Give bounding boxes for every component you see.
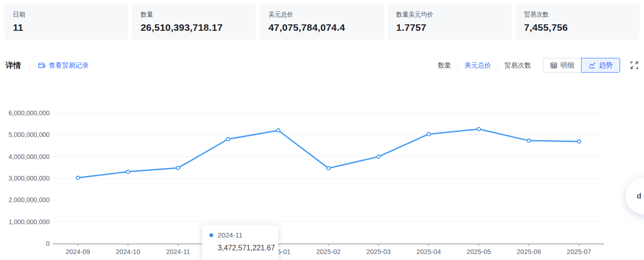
- stat-label: 贸易次数: [524, 11, 631, 19]
- window-arrow-icon: [38, 62, 46, 69]
- x-axis-tick-label: 2025-05: [467, 248, 491, 255]
- divider: [29, 62, 30, 69]
- data-point-marker[interactable]: [76, 176, 79, 180]
- data-point-marker[interactable]: [176, 166, 180, 170]
- y-axis-tick-label: 6,000,000,000: [8, 109, 50, 117]
- stat-value: 47,075,784,074.4: [268, 22, 375, 33]
- trend-view-label: 趋势: [599, 61, 613, 70]
- view-trade-records-link[interactable]: 查看贸易记录: [38, 61, 89, 70]
- metric-tab-1[interactable]: 美元总价: [464, 61, 491, 70]
- x-axis-tick-label: 2024-11: [166, 248, 190, 255]
- x-axis-tick-label: 2025-04: [417, 248, 441, 255]
- data-point-marker[interactable]: [427, 132, 430, 136]
- detail-toolbar: 详情 查看贸易记录 数量 美元总价 贸易次数: [6, 58, 638, 73]
- data-point-marker[interactable]: [126, 170, 130, 173]
- data-point-marker[interactable]: [226, 137, 230, 141]
- section-title: 详情: [6, 60, 21, 71]
- view-mode-switch: 明细 趋势: [543, 58, 620, 73]
- stat-label: 美元总价: [268, 11, 375, 19]
- x-axis-tick-label: 2025-07: [567, 248, 591, 255]
- service-icon: d: [637, 192, 641, 201]
- data-point-marker[interactable]: [377, 155, 380, 158]
- y-axis-tick-label: 0: [46, 240, 50, 247]
- data-point-marker[interactable]: [327, 167, 330, 170]
- stat-value: 11: [13, 22, 120, 33]
- stat-value: 26,510,393,718.17: [141, 22, 248, 33]
- x-axis-tick-label: 2024-10: [116, 248, 140, 255]
- trend-line: [78, 129, 579, 178]
- stat-card-usd-total: 美元总价 47,075,784,074.4: [260, 5, 384, 40]
- stat-label: 数量: [141, 11, 248, 19]
- x-axis-tick-label: 2025-02: [316, 248, 340, 255]
- y-axis-tick-label: 5,000,000,000: [8, 131, 50, 138]
- trade-dashboard: 日期 11 数量 26,510,393,718.17 美元总价 47,075,7…: [0, 0, 644, 260]
- data-point-marker[interactable]: [477, 127, 480, 130]
- detail-view-label: 明细: [560, 61, 574, 70]
- divider: [497, 62, 498, 68]
- fullscreen-button[interactable]: [630, 61, 638, 69]
- trend-line-chart[interactable]: 01,000,000,0002,000,000,0003,000,000,000…: [0, 106, 644, 260]
- stat-value: 7,455,756: [524, 22, 631, 33]
- stat-label: 日期: [13, 11, 120, 19]
- y-axis-tick-label: 4,000,000,000: [8, 153, 50, 160]
- trend-chart-icon: [588, 62, 596, 69]
- metric-tab-0[interactable]: 数量: [438, 61, 451, 70]
- stat-value: 1.7757: [396, 22, 503, 33]
- y-axis-tick-label: 2,000,000,000: [8, 196, 50, 203]
- tooltip-category: 2024-11: [218, 231, 243, 239]
- detail-view-button[interactable]: 明细: [543, 58, 581, 73]
- x-axis-tick-label: 2025-03: [366, 248, 390, 255]
- chart-tooltip: 2024-11 3,472,571,221.67: [202, 225, 278, 260]
- data-point-marker[interactable]: [527, 139, 531, 142]
- stat-card-date: 日期 11: [5, 5, 128, 40]
- metric-tab-2[interactable]: 贸易次数: [504, 61, 531, 70]
- y-axis-tick-label: 1,000,000,000: [8, 218, 50, 226]
- stat-cards-row: 日期 11 数量 26,510,393,718.17 美元总价 47,075,7…: [5, 5, 639, 40]
- stat-card-trade-count: 贸易次数 7,455,756: [516, 5, 639, 40]
- x-axis-tick-label: 2024-09: [66, 248, 90, 255]
- y-axis-tick-label: 3,000,000,000: [8, 175, 50, 182]
- stat-label: 数量美元均价: [396, 11, 503, 19]
- trend-view-button[interactable]: 趋势: [581, 58, 620, 73]
- series-dot-icon: [209, 233, 213, 237]
- table-icon: [550, 62, 557, 69]
- stat-card-avg-price: 数量美元均价 1.7757: [388, 5, 512, 40]
- x-axis-tick-label: 2025-06: [517, 248, 541, 255]
- divider: [458, 62, 458, 68]
- data-point-marker[interactable]: [277, 129, 280, 132]
- fullscreen-expand-icon: [630, 61, 638, 69]
- tooltip-value: 3,472,571,221.67: [218, 244, 271, 252]
- data-point-marker[interactable]: [577, 140, 581, 143]
- stat-card-quantity: 数量 26,510,393,718.17: [132, 5, 256, 40]
- view-trade-records-label: 查看贸易记录: [49, 61, 89, 70]
